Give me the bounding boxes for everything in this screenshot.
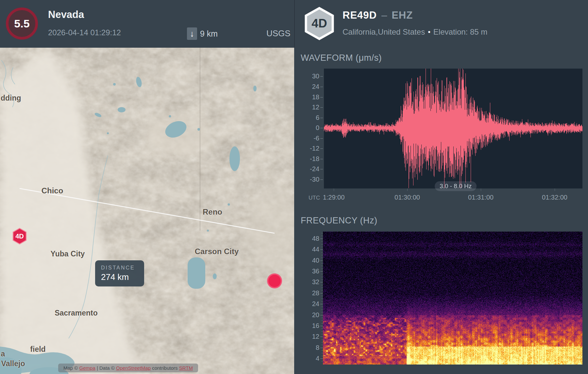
spectrogram-minor-tick: [321, 241, 323, 242]
map-city-label: Sacramento: [55, 309, 98, 317]
map-city-label: a: [1, 350, 5, 358]
epicenter-marker[interactable]: [267, 273, 282, 288]
spectrogram-minor-tick: [321, 361, 323, 362]
spectrogram-ytick-mark: [320, 260, 323, 261]
attribution-link[interactable]: SRTM: [179, 365, 193, 371]
station-elevation: Elevation: 85 m: [433, 27, 487, 37]
spectrogram-ytick-mark: [320, 358, 323, 359]
station-map-marker[interactable]: 4D: [12, 228, 27, 245]
spectrogram-minor-tick: [321, 247, 323, 247]
spectrogram-ytick-label: 4: [300, 355, 319, 362]
waveform-canvas: [324, 69, 582, 188]
map-attribution: Map © Gempa | Data © OpenStreetMap contr…: [58, 364, 198, 372]
spectrogram-minor-tick: [321, 263, 323, 264]
spectrogram-ytick-label: 16: [300, 322, 319, 330]
spectrogram-plot[interactable]: [323, 232, 582, 365]
spectrogram-minor-tick: [321, 306, 323, 307]
spectrogram-minor-tick: [321, 334, 323, 334]
map-city-label: Reno: [203, 207, 222, 217]
spectrogram-minor-tick: [321, 274, 323, 274]
separator-dash: –: [381, 9, 387, 21]
magnitude-value: 5.5: [14, 17, 29, 30]
spectrogram-minor-tick: [321, 301, 323, 302]
map-city-label: Carson City: [195, 247, 239, 256]
waveform-ytick-label: -6: [300, 135, 319, 142]
waveform-xtick-mark: [555, 188, 555, 191]
magnitude-badge: 5.5: [6, 8, 38, 40]
spectrogram-minor-tick: [321, 320, 323, 321]
spectrogram-ytick-mark: [320, 326, 323, 326]
spectrogram-minor-tick: [321, 244, 323, 245]
waveform-ytick-label: -18: [300, 155, 319, 163]
waveform-xtick-mark: [334, 188, 334, 191]
station-subtitle: California,United States • Elevation: 85…: [343, 27, 487, 37]
waveform-title: WAVEFORM (μm/s): [301, 53, 382, 63]
spectrogram-minor-tick: [321, 236, 323, 236]
spectrogram-ytick-mark: [320, 271, 323, 272]
spectrogram-ytick-mark: [320, 348, 323, 348]
waveform-xtick-label: 1:29:00: [311, 194, 357, 201]
distance-line: [0, 48, 294, 374]
waveform-ytick-mark: [320, 148, 323, 149]
spectrogram-ytick-mark: [320, 282, 323, 283]
distance-tooltip-value: 274 km: [101, 272, 144, 282]
spectrogram-minor-tick: [321, 233, 323, 234]
spectrogram-minor-tick: [321, 287, 323, 288]
spectrogram-ytick-label: 20: [300, 311, 319, 319]
spectrogram-ytick-label: 48: [300, 235, 319, 242]
attribution-link[interactable]: Gempa: [79, 365, 95, 371]
spectrogram-ytick-label: 12: [300, 333, 319, 340]
waveform-ytick-mark: [320, 159, 323, 159]
waveform-plot[interactable]: [324, 69, 582, 188]
spectrogram-ytick-mark: [320, 315, 323, 316]
event-datetime: 2026-04-14 01:29:12: [48, 28, 121, 37]
attribution-text: contributors: [151, 365, 179, 371]
waveform-ytick-mark: [320, 87, 323, 87]
event-region: Nevada: [48, 9, 84, 21]
waveform-ytick-label: -30: [300, 176, 319, 183]
waveform-xtick-label: 01:31:00: [458, 194, 504, 201]
spectrogram-minor-tick: [321, 339, 323, 340]
source-label: USGS: [266, 28, 291, 39]
spectrogram-ytick-mark: [320, 336, 323, 337]
spectrogram-ytick-mark: [320, 304, 323, 304]
station-badge-label: 4D: [304, 7, 335, 40]
attribution-link[interactable]: OpenStreetMap: [116, 365, 151, 371]
station-location: California,United States: [343, 27, 425, 37]
map-area[interactable]: ddingChicoRenoCarson CityYuba CitySacram…: [0, 48, 294, 374]
event-header: 5.5 Nevada 2026-04-14 01:29:12 ↓ 9 km US…: [0, 0, 294, 48]
attribution-text: | Data ©: [95, 365, 116, 371]
waveform-ytick-mark: [320, 118, 323, 118]
spectrogram-minor-tick: [321, 309, 323, 310]
station-hex-icon: 4D: [304, 7, 335, 40]
spectrogram-minor-tick: [321, 342, 323, 343]
spectrogram-canvas: [323, 232, 582, 365]
spectrogram-ytick-label: 40: [300, 257, 319, 264]
distance-tooltip-title: DISTANCE: [101, 265, 144, 271]
spectrogram-minor-tick: [321, 285, 323, 285]
spectrogram-ytick-label: 44: [300, 246, 319, 253]
bullet-separator: •: [428, 28, 430, 36]
spectrogram-ytick-mark: [320, 293, 323, 294]
raspberry-shake-event-view: 5.5 Nevada 2026-04-14 01:29:12 ↓ 9 km US…: [0, 0, 588, 374]
waveform-ytick-mark: [320, 169, 323, 170]
spectrogram-minor-tick: [321, 277, 323, 277]
waveform-ytick-label: 0: [300, 124, 319, 132]
spectrogram-minor-tick: [321, 328, 323, 329]
spectrogram-minor-tick: [321, 290, 323, 291]
waveform-ytick-label: 6: [300, 114, 319, 122]
waveform-ytick-mark: [320, 97, 323, 98]
spectrogram-minor-tick: [321, 350, 323, 351]
station-title: RE49D – EHZ: [343, 9, 413, 21]
filter-badge: 3.0 - 8.0 Hz: [435, 181, 477, 191]
depth-value: 9 km: [200, 29, 218, 39]
spectrogram-minor-tick: [321, 298, 323, 299]
waveform-xtick-mark: [407, 188, 408, 191]
spectrogram-minor-tick: [321, 331, 323, 332]
spectrogram-minor-tick: [321, 255, 323, 255]
waveform-ytick-label: 30: [300, 73, 319, 80]
spectrogram-minor-tick: [321, 257, 323, 258]
waveform-xtick-label: 01:30:00: [384, 194, 430, 201]
spectrogram-minor-tick: [321, 312, 323, 313]
map-city-label: dding: [1, 94, 21, 103]
